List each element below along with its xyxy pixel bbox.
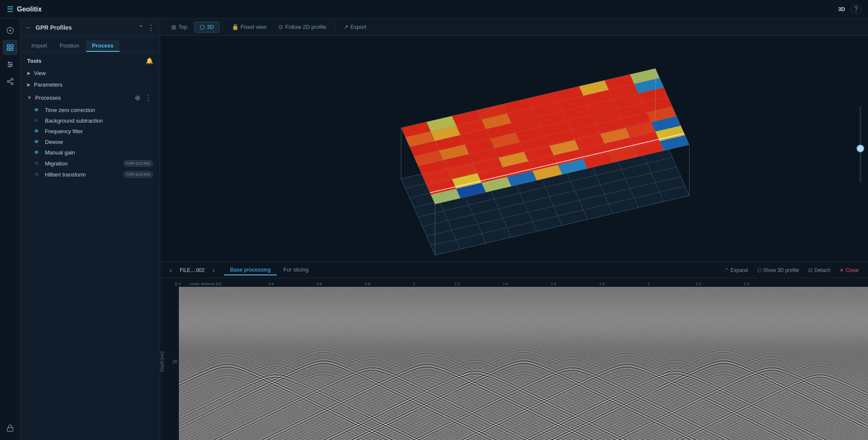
- show-3d-label: Show 3D profile: [763, 267, 799, 273]
- filename-label: FILE....002: [180, 267, 205, 273]
- ruler-tick-1: 1: [413, 282, 415, 286]
- top-view-button[interactable]: ⊞ Top: [166, 22, 192, 32]
- main-content: ⊞ Top ⬡ 3D 🔒 Fixed view ⊙ Follow 2D prof…: [160, 19, 868, 440]
- export-icon: ↗: [344, 24, 348, 30]
- process-item-time-zero[interactable]: 👁 Time zero correction: [20, 105, 160, 115]
- 3d-badge: 3D: [838, 6, 845, 12]
- eye-visible-icon-gain: 👁: [34, 149, 42, 156]
- expand-button[interactable]: ⌃ Expand: [721, 266, 752, 275]
- tab-process[interactable]: Process: [86, 40, 120, 52]
- process-options-icon[interactable]: ⋮: [144, 93, 153, 102]
- prev-file-button[interactable]: ‹: [165, 265, 176, 276]
- gpr-profile-canvas[interactable]: [179, 287, 868, 440]
- tab-base-processing[interactable]: Base processing: [224, 265, 277, 275]
- show-3d-profile-button[interactable]: ⬡ Show 3D profile: [753, 266, 804, 275]
- back-icon[interactable]: ←: [25, 24, 32, 31]
- 3d-view-button[interactable]: ⬡ 3D: [194, 22, 220, 33]
- section-parameters[interactable]: ▶ Parameters: [20, 79, 160, 90]
- tab-position[interactable]: Position: [54, 40, 85, 52]
- sidebar-title: GPR Profiles: [36, 24, 135, 31]
- sidebar-item-grid[interactable]: [3, 40, 18, 55]
- more-options-icon[interactable]: ⋮: [147, 23, 155, 32]
- fixed-view-label: Fixed view: [241, 24, 267, 30]
- sidebar-item-share[interactable]: [3, 74, 18, 89]
- ruler-tick-16: 1.6: [551, 282, 556, 286]
- ruler-tick-14: 1.4: [503, 282, 508, 286]
- menu-icon: ☰: [7, 5, 14, 14]
- detach-button[interactable]: ⊡ Detach: [804, 266, 835, 275]
- gpr-3d-canvas[interactable]: [160, 36, 868, 262]
- detach-icon: ⊡: [808, 267, 812, 273]
- follow-icon: ⊙: [278, 24, 283, 30]
- brand: ☰ Geolitix: [7, 5, 42, 14]
- icon-bar: [0, 19, 20, 440]
- eye-visible-icon-freq: 👁: [34, 128, 42, 135]
- svg-line-15: [9, 80, 11, 81]
- next-file-button[interactable]: ›: [208, 265, 219, 276]
- divider-1: [223, 23, 223, 31]
- expand-icon: ⌃: [725, 267, 729, 273]
- process-item-migration[interactable]: 👁 Migration FOR SLICING: [20, 158, 160, 169]
- process-name-background: Background subtraction: [45, 118, 153, 124]
- sidebar: ← GPR Profiles ⌃ ⋮ Import Position Proce…: [20, 19, 160, 440]
- collapse-icon[interactable]: ⌃: [138, 24, 144, 32]
- bottom-toolbar-right: ⌃ Expand ⬡ Show 3D profile ⊡ Detach ✕ Cl…: [721, 266, 863, 275]
- ruler-tick-2: 2: [648, 282, 650, 286]
- add-process-button[interactable]: ⊕: [133, 93, 142, 102]
- eye-visible-icon-dewow: 👁: [34, 139, 42, 145]
- eye-hidden-icon-hilbert: 👁: [34, 171, 42, 178]
- process-name-manual-gain: Manual gain: [45, 149, 153, 156]
- close-button[interactable]: ✕ Close: [835, 266, 863, 275]
- tab-for-slicing[interactable]: For slicing: [278, 265, 314, 275]
- ruler-tick-08: 0.8: [365, 282, 370, 286]
- ruler-tick-04: 0.4: [268, 282, 274, 286]
- follow-profile-button[interactable]: ⊙ Follow 2D profile: [273, 22, 331, 32]
- depth-axis: Depth [cm] 0 20: [160, 278, 179, 440]
- eye-hidden-icon: 👁: [34, 118, 42, 124]
- section-view-label: View: [34, 70, 153, 76]
- svg-point-9: [11, 64, 12, 65]
- notification-bell-icon[interactable]: 🔔: [146, 57, 153, 64]
- chevron-right-icon-params: ▶: [27, 82, 31, 87]
- export-button[interactable]: ↗ Export: [339, 22, 372, 32]
- svg-rect-3: [7, 48, 9, 50]
- svg-point-13: [11, 83, 13, 85]
- svg-rect-16: [7, 428, 13, 431]
- process-name-hilbert: Hilbert transform: [45, 171, 120, 178]
- section-parameters-label: Parameters: [34, 81, 153, 88]
- process-item-dewow[interactable]: 👁 Dewow: [20, 137, 160, 147]
- eye-visible-icon: 👁: [34, 107, 42, 113]
- svg-point-12: [7, 81, 9, 83]
- bottom-panel: ‹ FILE....002 › Base processing For slic…: [160, 262, 868, 440]
- top-view-icon: ⊞: [171, 24, 176, 31]
- ruler-x-axis-label: Linear distance [m]: [189, 282, 221, 286]
- section-processes-label: Processes: [35, 95, 133, 101]
- chevron-right-icon: ▶: [27, 70, 31, 76]
- process-item-frequency[interactable]: 👁 Frequency filter: [20, 126, 160, 137]
- tab-import[interactable]: Import: [25, 40, 53, 52]
- process-item-manual-gain[interactable]: 👁 Manual gain: [20, 147, 160, 158]
- ruler-tick-12: 1.2: [454, 282, 460, 286]
- fixed-view-button[interactable]: 🔒 Fixed view: [227, 22, 272, 32]
- sidebar-item-sliders[interactable]: [3, 57, 18, 72]
- section-view[interactable]: ▶ View: [20, 67, 160, 79]
- top-view-label: Top: [178, 24, 187, 30]
- bottom-panel-toolbar: ‹ FILE....002 › Base processing For slic…: [160, 262, 868, 278]
- ruler-tick-18: 1.8: [599, 282, 605, 286]
- svg-rect-1: [7, 45, 9, 47]
- slider-thumb[interactable]: [857, 145, 864, 152]
- section-processes-header[interactable]: ▼ Processes ⊕ ⋮: [20, 90, 160, 105]
- svg-point-10: [9, 66, 10, 67]
- brand-name: Geolitix: [17, 6, 42, 13]
- process-item-background[interactable]: 👁 Background subtraction: [20, 115, 160, 126]
- 3d-view-area: [160, 36, 868, 262]
- sidebar-item-layers[interactable]: [3, 23, 18, 38]
- distance-ruler: 0 Linear distance [m] 0.4 0.6 0.8 1 1.2 …: [179, 278, 868, 287]
- sidebar-content: Tools 🔔 ▶ View ▶ Parameters ▼ Processes …: [20, 52, 160, 440]
- process-name-migration: Migration: [45, 160, 120, 167]
- svg-point-8: [8, 62, 9, 63]
- close-icon: ✕: [840, 267, 844, 273]
- help-icon[interactable]: ?: [851, 4, 861, 14]
- process-item-hilbert[interactable]: 👁 Hilbert transform FOR SLICING: [20, 169, 160, 180]
- ruler-tick-06: 0.6: [317, 282, 322, 286]
